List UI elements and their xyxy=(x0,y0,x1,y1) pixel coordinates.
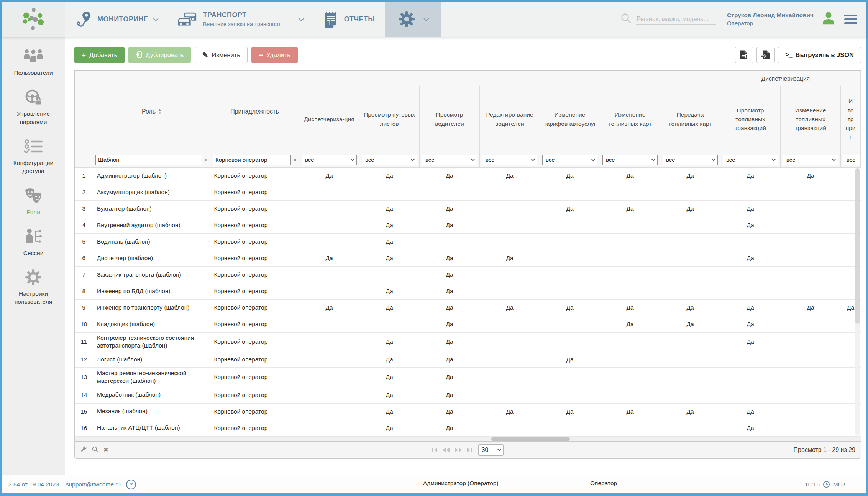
vertical-scrollbar-thumb[interactable] xyxy=(855,168,860,324)
footer-operator-select[interactable]: Оператор xyxy=(589,480,687,489)
next-page-button[interactable] xyxy=(455,448,462,452)
column-header-belonging[interactable]: Принадлежность xyxy=(210,71,299,152)
column-header-perm[interactable]: Просмотр топливных транзакций xyxy=(720,86,781,152)
permission-cell xyxy=(299,201,359,217)
sidebar-item-users[interactable]: Пользователи xyxy=(5,48,62,77)
user-name: Струков Леонид Михайлович xyxy=(727,12,814,19)
table-row[interactable]: 14Медработник (шаблон)Корневой операторД… xyxy=(75,387,861,403)
nav-monitoring[interactable]: МОНИТОРИНГ xyxy=(65,2,167,37)
sort-icon[interactable] xyxy=(158,109,161,114)
horizontal-scrollbar-thumb[interactable] xyxy=(491,437,570,441)
column-header-perm[interactable]: Просмотр водителей xyxy=(420,86,480,152)
column-header-perm[interactable]: Изменение топливных карт xyxy=(600,86,660,152)
table-row[interactable]: 12Логист (шаблон)Корневой операторДаДаДа xyxy=(75,351,861,368)
table-row[interactable]: 5Водитель (шаблон)Корневой операторДа xyxy=(75,234,861,250)
table-row[interactable]: 8Инженер по БДД (шаблон)Корневой операто… xyxy=(75,283,861,300)
perm-filter-select[interactable]: все xyxy=(783,155,838,165)
perm-filter-select[interactable]: все xyxy=(602,155,658,165)
column-header-perm[interactable]: Диспетчериза-ция xyxy=(299,86,359,152)
previous-page-button[interactable] xyxy=(443,448,450,452)
nav-transport[interactable]: ТРАНСПОРТ Внешние заявки на транспорт xyxy=(167,2,313,37)
hamburger-menu-icon[interactable] xyxy=(844,15,857,24)
table-row[interactable]: 7Заказчик транспорта (шаблон)Корневой оп… xyxy=(75,267,861,283)
footer-role-select[interactable]: Администратор (Оператор) xyxy=(422,480,575,489)
role-cell: Бухгалтер (шаблон) xyxy=(93,201,210,217)
perm-filter-select[interactable]: все xyxy=(542,155,597,165)
clear-filter-icon[interactable]: × xyxy=(205,157,208,163)
page-size-select[interactable]: 30 xyxy=(478,444,504,456)
edit-button[interactable]: ✎ Изменить xyxy=(195,47,247,63)
avatar[interactable] xyxy=(821,11,836,27)
permission-cell xyxy=(299,351,359,368)
nav-admin-settings[interactable] xyxy=(385,2,441,37)
add-button[interactable]: + Добавить xyxy=(74,47,125,63)
columns-settings-icon[interactable] xyxy=(80,446,87,454)
duplicate-button[interactable]: Дублировать xyxy=(128,47,191,63)
permission-cell: Да xyxy=(480,300,540,316)
sidebar-item-access-configurations[interactable]: Конфигурации доступа xyxy=(5,138,62,175)
perm-filter-select[interactable]: все xyxy=(843,155,861,165)
app-logo[interactable] xyxy=(2,2,65,37)
column-header-clipped[interactable]: И то тр при г xyxy=(841,86,861,152)
column-header-perm[interactable]: Редактиро-вание водителей xyxy=(480,86,540,152)
user-info[interactable]: Струков Леонид Михайлович Оператор xyxy=(727,2,814,37)
role-filter-input[interactable] xyxy=(95,155,202,165)
permission-cell xyxy=(720,234,781,250)
export-json-button[interactable]: >_ Выгрузить в JSON xyxy=(778,47,861,63)
first-page-button[interactable] xyxy=(432,448,437,452)
column-header-perm[interactable]: Изменение топливных транзакций xyxy=(781,86,841,152)
sidebar-item-sessions[interactable]: Сессии xyxy=(5,228,62,257)
sidebar-item-label: Настройки пользователя xyxy=(5,290,62,306)
support-link[interactable]: support@ttwcome.ru xyxy=(66,481,121,488)
permission-cell xyxy=(781,267,841,283)
table-row[interactable]: 10Кладовщик (шаблон)Корневой операторДаД… xyxy=(75,316,861,333)
clear-grid-icon[interactable]: ✖ xyxy=(103,447,108,453)
perm-filter-select[interactable]: все xyxy=(723,155,778,165)
table-row[interactable]: 13Мастер ремонтно-механической мастерско… xyxy=(75,368,861,387)
clear-filter-icon[interactable]: × xyxy=(294,157,297,163)
import-file-button[interactable] xyxy=(756,47,775,63)
permission-cell xyxy=(480,267,540,283)
row-number-cell: 6 xyxy=(75,250,93,267)
perm-filter-select[interactable]: все xyxy=(302,155,357,165)
permission-cell xyxy=(781,316,841,333)
permission-cell: Да xyxy=(600,300,660,316)
help-icon[interactable]: ? xyxy=(126,480,136,489)
perm-filter-select[interactable]: все xyxy=(482,155,537,165)
table-row[interactable]: 15Механик (шаблон)Корневой операторДаДаД… xyxy=(75,403,861,420)
table-row[interactable]: 16Начальник АТЦ/ЦТТ (шаблон)Корневой опе… xyxy=(75,420,861,436)
sidebar-item-roles[interactable]: Роли xyxy=(5,187,62,216)
table-row[interactable]: 2Аккумуляторщик (шаблон)Корневой операто… xyxy=(75,184,861,201)
table-row[interactable]: 9Инженер по транспорту (шаблон)Корневой … xyxy=(75,300,861,316)
table-row[interactable]: 3Бухгалтер (шаблон)Корневой операторДаДа… xyxy=(75,201,861,217)
table-row[interactable]: 6Диспетчер (шаблон)Корневой операторДаДа… xyxy=(75,250,861,267)
sidebar-item-password-management[interactable]: Управление паролями xyxy=(5,89,62,126)
row-number-cell: 9 xyxy=(75,300,93,316)
table-row[interactable]: 4Внутренний аудитор (шаблон)Корневой опе… xyxy=(75,217,861,234)
perm-filter-select[interactable]: все xyxy=(422,155,477,165)
last-page-button[interactable] xyxy=(467,448,472,452)
column-header-perm[interactable]: Изменение тарифов автоуслуг xyxy=(540,86,600,152)
role-cell: Медработник (шаблон) xyxy=(93,387,210,403)
permission-cell: Да xyxy=(420,217,480,234)
perm-filter-select[interactable]: все xyxy=(663,155,718,165)
search-grid-icon[interactable] xyxy=(92,446,98,454)
horizontal-scrollbar[interactable] xyxy=(74,437,861,441)
nav-reports[interactable]: ОТЧЕТЫ xyxy=(313,2,385,37)
column-header-perm[interactable]: Передача топливных карт xyxy=(660,86,720,152)
belonging-filter-input[interactable] xyxy=(213,155,291,165)
export-file-button[interactable] xyxy=(735,47,753,63)
vertical-scrollbar[interactable] xyxy=(855,168,860,436)
permission-cell xyxy=(781,368,841,387)
table-row[interactable]: 1Администратор (шаблон)Корневой оператор… xyxy=(75,168,861,184)
table-row[interactable]: 11Контролер технического состояния автот… xyxy=(75,333,861,351)
sidebar-item-user-settings[interactable]: Настройки пользователя xyxy=(5,269,62,306)
column-header-role[interactable]: Роль xyxy=(93,71,210,152)
cars-icon xyxy=(177,11,198,28)
search-input[interactable] xyxy=(636,14,716,25)
role-cell: Внутренний аудитор (шаблон) xyxy=(93,217,210,234)
delete-button[interactable]: − Удалить xyxy=(251,47,298,63)
column-header-perm[interactable]: Просмотр путевых листов xyxy=(359,86,420,152)
permission-cell xyxy=(359,184,420,201)
perm-filter-select[interactable]: все xyxy=(362,155,417,165)
